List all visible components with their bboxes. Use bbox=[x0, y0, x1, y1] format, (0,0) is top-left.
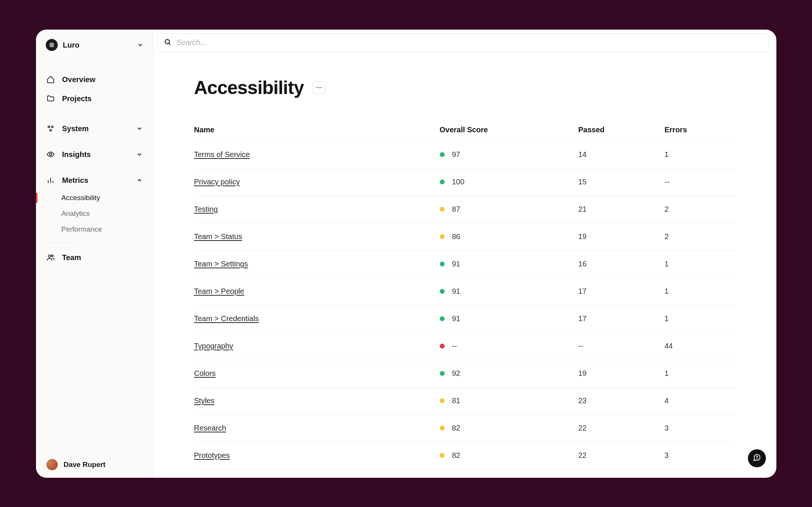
nav-overview[interactable]: Overview bbox=[36, 70, 153, 89]
nav-overview-label: Overview bbox=[62, 75, 143, 84]
nav-metrics-performance[interactable]: Performance bbox=[36, 221, 153, 237]
th-passed: Passed bbox=[578, 126, 665, 134]
status-dot bbox=[440, 426, 445, 431]
page-link[interactable]: Colors bbox=[194, 369, 216, 377]
bar-chart-icon bbox=[46, 176, 55, 184]
nav-sub-label: Performance bbox=[61, 225, 102, 233]
cell-score: 100 bbox=[440, 178, 578, 186]
nav-metrics-analytics[interactable]: Analytics bbox=[36, 206, 153, 221]
cell-name: Terms of Service bbox=[194, 150, 440, 159]
chevron-up-icon bbox=[136, 177, 143, 184]
cell-name: Research bbox=[194, 424, 440, 432]
cell-errors: 1 bbox=[665, 260, 736, 268]
cell-passed: 17 bbox=[578, 314, 665, 323]
svg-point-2 bbox=[48, 126, 50, 128]
svg-rect-0 bbox=[50, 43, 53, 46]
score-value: 82 bbox=[452, 424, 460, 432]
search-input[interactable] bbox=[177, 38, 763, 47]
cell-passed: 19 bbox=[578, 232, 665, 241]
nav-insights[interactable]: Insights bbox=[36, 145, 153, 164]
status-dot bbox=[440, 453, 445, 458]
nav-insights-label: Insights bbox=[62, 150, 129, 159]
score-value: 91 bbox=[452, 314, 460, 323]
cell-errors: 2 bbox=[665, 205, 736, 214]
page-link[interactable]: Typography bbox=[194, 342, 234, 350]
nav-sub-label: Accessibility bbox=[61, 194, 100, 202]
cell-passed: 21 bbox=[578, 205, 665, 214]
sidebar-footer[interactable]: Dave Rupert bbox=[36, 451, 153, 478]
cell-errors: 1 bbox=[665, 369, 736, 378]
score-value: 91 bbox=[452, 287, 460, 296]
th-name: Name bbox=[194, 126, 440, 134]
table-row: Team > Credentials91171 bbox=[194, 305, 736, 333]
content: Accessibility ··· Name Overall Score Pas… bbox=[154, 56, 776, 470]
table-row: Privacy policy10015-- bbox=[194, 169, 736, 196]
cell-name: Testing bbox=[194, 205, 440, 214]
cell-name: Team > Credentials bbox=[194, 314, 440, 323]
svg-point-7 bbox=[51, 255, 53, 257]
cell-score: -- bbox=[440, 342, 578, 350]
page-link[interactable]: Team > Settings bbox=[194, 260, 248, 268]
table-header: Name Overall Score Passed Errors bbox=[194, 126, 736, 141]
page-link[interactable]: Team > People bbox=[194, 287, 244, 295]
cell-name: Team > People bbox=[194, 287, 440, 296]
more-button[interactable]: ··· bbox=[313, 81, 325, 94]
table-row: Styles81234 bbox=[194, 387, 736, 415]
score-value: 100 bbox=[452, 178, 464, 186]
nav-team[interactable]: Team bbox=[36, 248, 153, 267]
table-row: Typography----44 bbox=[194, 333, 736, 360]
cell-errors: 1 bbox=[665, 314, 736, 323]
status-dot bbox=[440, 179, 445, 184]
th-score: Overall Score bbox=[440, 126, 578, 134]
nav-projects-label: Projects bbox=[62, 94, 143, 103]
page-link[interactable]: Team > Status bbox=[194, 232, 242, 241]
cell-passed: 19 bbox=[578, 369, 665, 378]
cell-passed: 23 bbox=[578, 396, 665, 405]
nav-system[interactable]: System bbox=[36, 119, 153, 138]
cell-score: 82 bbox=[440, 451, 578, 460]
svg-point-5 bbox=[49, 153, 52, 156]
avatar bbox=[46, 459, 58, 470]
nav-projects[interactable]: Projects bbox=[36, 89, 153, 108]
cell-passed: 16 bbox=[578, 260, 665, 268]
page-link[interactable]: Research bbox=[194, 424, 226, 432]
page-link[interactable]: Prototypes bbox=[194, 451, 230, 459]
table-row: Terms of Service97141 bbox=[194, 141, 736, 169]
folder-icon bbox=[46, 94, 55, 103]
status-dot bbox=[440, 207, 445, 212]
status-dot bbox=[440, 262, 445, 266]
workspace-logo bbox=[46, 39, 58, 51]
system-icon bbox=[46, 124, 55, 133]
chevron-down-icon bbox=[137, 42, 144, 48]
search-row bbox=[154, 30, 776, 56]
cell-errors: 1 bbox=[665, 150, 736, 159]
cell-name: Typography bbox=[194, 342, 440, 350]
nav-divider bbox=[46, 242, 73, 243]
cell-passed: 15 bbox=[578, 178, 665, 186]
page-link[interactable]: Terms of Service bbox=[194, 150, 250, 159]
cell-name: Privacy policy bbox=[194, 178, 440, 186]
svg-point-8 bbox=[165, 39, 169, 44]
user-name: Dave Rupert bbox=[64, 461, 106, 469]
chevron-down-icon bbox=[136, 151, 143, 158]
home-icon bbox=[46, 75, 55, 84]
page-link[interactable]: Privacy policy bbox=[194, 178, 240, 186]
table-row: Prototypes82223 bbox=[194, 442, 736, 470]
svg-rect-1 bbox=[51, 44, 52, 46]
score-value: 81 bbox=[452, 396, 460, 405]
nav-metrics-accessibility[interactable]: Accessibility bbox=[36, 190, 153, 206]
search-box[interactable] bbox=[157, 33, 769, 52]
workspace-switcher[interactable]: Luro bbox=[36, 30, 153, 61]
cell-errors: 44 bbox=[665, 342, 736, 350]
score-value: 97 bbox=[452, 150, 460, 159]
nav-metrics[interactable]: Metrics bbox=[36, 171, 153, 190]
svg-point-3 bbox=[51, 126, 53, 128]
sidebar: Luro Overview Projects bbox=[36, 30, 154, 478]
page-link[interactable]: Testing bbox=[194, 205, 218, 213]
page-link[interactable]: Team > Credentials bbox=[194, 314, 259, 323]
page-link[interactable]: Styles bbox=[194, 396, 214, 405]
table-row: Research82223 bbox=[194, 415, 736, 442]
help-button[interactable] bbox=[748, 449, 766, 467]
help-chat-icon bbox=[753, 453, 761, 463]
table-row: Colors92191 bbox=[194, 360, 736, 387]
